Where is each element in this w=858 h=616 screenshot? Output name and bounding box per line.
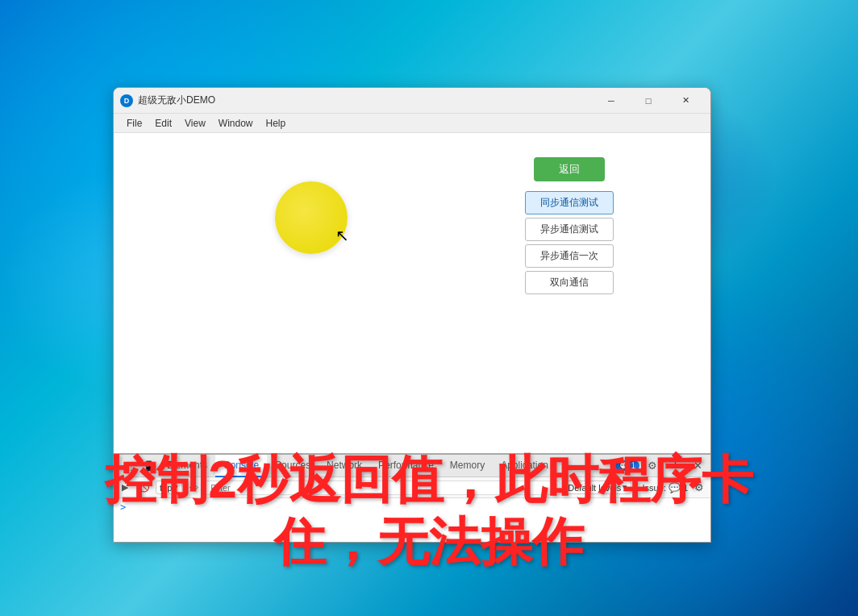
window-title: 超级无敌小DEMO xyxy=(138,94,593,107)
console-prompt[interactable]: > xyxy=(120,502,704,513)
console-issue-text: 1 Issue: xyxy=(635,483,666,493)
tab-elements[interactable]: Elements xyxy=(159,455,215,477)
devtools-inspect-icon[interactable]: ⬚ xyxy=(119,457,136,475)
action-button-sync[interactable]: 同步通信测试 xyxy=(525,191,614,214)
console-filter-input[interactable] xyxy=(205,481,560,495)
app-window: D 超级无敌小DEMO ─ □ ✕ File Edit View Window … xyxy=(113,87,711,543)
console-issue-icon: 💬 xyxy=(668,482,681,493)
back-button[interactable]: 返回 xyxy=(534,157,605,181)
window-controls: ─ □ ✕ xyxy=(593,88,704,114)
mouse-cursor: ↖ xyxy=(335,226,352,245)
console-toolbar: ▶ 🚫 top ▾ 👁 Default levels ▾ 1 Issue: 💬 … xyxy=(114,477,710,498)
tab-memory[interactable]: Memory xyxy=(442,455,493,477)
devtools-tabs: ⬚ 📱 Elements Console Sources Network Per… xyxy=(114,455,710,477)
buttons-panel: 返回 同步通信测试 异步通信测试 异步通信一次 双向通信 xyxy=(525,157,614,294)
devtools-more-tabs[interactable]: » xyxy=(556,460,572,472)
menu-edit[interactable]: Edit xyxy=(148,116,178,131)
devtools-settings-icon[interactable]: ⚙ xyxy=(643,456,662,476)
maximize-button[interactable]: □ xyxy=(630,88,667,114)
menu-file[interactable]: File xyxy=(120,116,148,131)
menu-window[interactable]: Window xyxy=(212,116,260,131)
console-issue-badge: 1 Issue: 💬 1 xyxy=(635,482,688,493)
title-bar: D 超级无敌小DEMO ─ □ ✕ xyxy=(114,88,710,114)
console-eye-icon[interactable]: 👁 xyxy=(185,480,202,496)
app-content: ↖ 返回 同步通信测试 异步通信测试 异步通信一次 双向通信 ⬚ 📱 Eleme… xyxy=(114,133,710,542)
devtools-chat-badge: 💬 1 xyxy=(615,460,639,471)
devtools-tab-right: 💬 1 ⚙ ⋮ ✕ xyxy=(615,456,707,476)
menu-bar: File Edit View Window Help xyxy=(114,114,710,133)
console-content: > xyxy=(114,498,710,542)
console-levels-label: Default levels xyxy=(568,483,621,493)
tab-application[interactable]: Application xyxy=(493,455,556,477)
console-execute-icon[interactable]: ▶ xyxy=(117,480,133,496)
console-settings-icon[interactable]: ⚙ xyxy=(691,480,707,496)
console-context-dropdown-icon: ▾ xyxy=(173,482,178,493)
console-issue-count: 1 xyxy=(683,483,688,493)
tab-sources[interactable]: Sources xyxy=(267,455,319,477)
devtools-more-options-icon[interactable]: ⋮ xyxy=(665,456,685,476)
menu-help[interactable]: Help xyxy=(260,116,293,131)
console-clear-icon[interactable]: 🚫 xyxy=(136,480,152,496)
devtools-close-icon[interactable]: ✕ xyxy=(688,456,707,476)
tab-network[interactable]: Network xyxy=(319,455,370,477)
tab-performance[interactable]: Performance xyxy=(370,455,442,477)
app-icon: D xyxy=(120,94,133,107)
console-context-selector[interactable]: top ▾ xyxy=(156,481,182,494)
console-levels-dropdown-icon: ▾ xyxy=(623,482,627,493)
console-levels-selector[interactable]: Default levels ▾ xyxy=(564,481,631,494)
tab-console[interactable]: Console xyxy=(215,455,267,477)
main-area: ↖ 返回 同步通信测试 异步通信测试 异步通信一次 双向通信 xyxy=(114,133,710,453)
devtools-device-icon[interactable]: 📱 xyxy=(140,457,157,475)
close-button[interactable]: ✕ xyxy=(667,88,704,114)
console-context-label: top xyxy=(160,483,172,493)
minimize-button[interactable]: ─ xyxy=(593,88,630,114)
menu-view[interactable]: View xyxy=(178,116,212,131)
devtools-panel: ⬚ 📱 Elements Console Sources Network Per… xyxy=(114,453,710,542)
action-button-async-once[interactable]: 异步通信一次 xyxy=(525,244,614,268)
action-button-async[interactable]: 异步通信测试 xyxy=(525,218,614,241)
console-prompt-arrow: > xyxy=(120,502,126,513)
action-button-bidirectional[interactable]: 双向通信 xyxy=(525,271,614,294)
